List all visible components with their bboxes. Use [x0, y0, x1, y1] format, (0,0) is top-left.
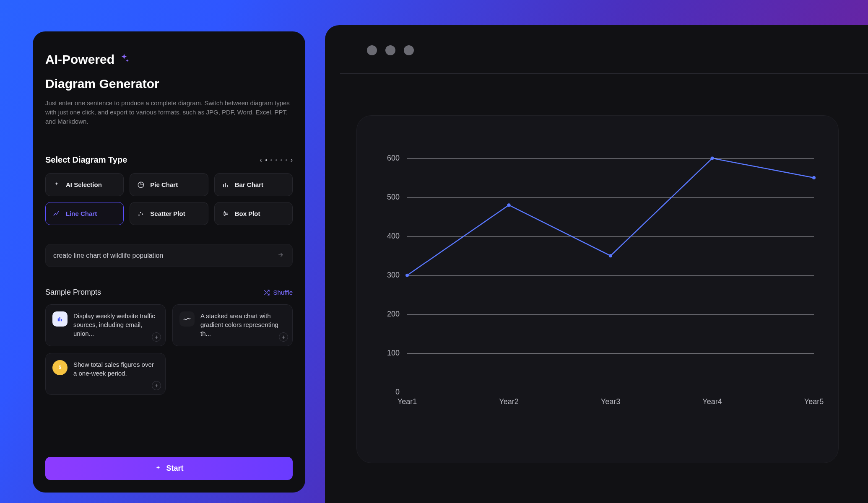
coin-gold-icon: $ [52, 360, 68, 375]
prompt-input-wrap[interactable] [45, 244, 293, 267]
generator-panel: AI-Powered Diagram Generator Just enter … [33, 31, 305, 493]
diagram-type-ai-selection[interactable]: AI Selection [45, 173, 124, 196]
chart-card: 1002003004005006000Year1Year2Year3Year4Y… [356, 115, 839, 463]
diagram-type-line-chart[interactable]: Line Chart [45, 202, 124, 225]
line-chart: 1002003004005006000Year1Year2Year3Year4Y… [357, 116, 839, 464]
window-controls [367, 45, 414, 55]
bar-blue-icon [52, 311, 68, 327]
x-tick-label: Year5 [804, 397, 824, 406]
add-sample-button[interactable]: + [152, 381, 161, 390]
page-description: Just enter one sentence to produce a com… [45, 99, 293, 126]
diagram-type-pager: ‹ › [260, 156, 293, 164]
y-tick-label: 0 [395, 388, 400, 396]
ai-powered-heading: AI-Powered [45, 52, 293, 67]
sample-text: Display weekly website traffic sources, … [73, 311, 159, 338]
page-title: Diagram Generator [45, 77, 293, 91]
diagram-type-bar-chart[interactable]: Bar Chart [214, 173, 293, 196]
x-tick-label: Year1 [398, 397, 417, 406]
y-tick-label: 300 [387, 271, 400, 279]
diagram-type-pie-chart[interactable]: Pie Chart [130, 173, 208, 196]
diagram-type-title: Select Diagram Type [45, 155, 127, 165]
svg-rect-6 [224, 213, 225, 215]
sparkle-icon [154, 465, 162, 472]
x-tick-label: Year3 [601, 397, 620, 406]
preview-window: 1002003004005006000Year1Year2Year3Year4Y… [325, 25, 868, 503]
sample-card[interactable]: A stacked area chart with gradient color… [172, 304, 293, 346]
add-sample-button[interactable]: + [152, 332, 161, 342]
diagram-type-scatter-plot[interactable]: Scatter Plot [130, 202, 208, 225]
diagram-type-label: Bar Chart [235, 181, 263, 188]
scatter-icon [137, 210, 145, 218]
sparkle-icon [52, 181, 61, 189]
window-dot[interactable] [367, 45, 377, 55]
y-tick-label: 100 [387, 349, 400, 357]
window-dot[interactable] [404, 45, 414, 55]
svg-rect-0 [223, 184, 224, 187]
chevron-left-icon[interactable]: ‹ [260, 156, 262, 164]
sample-text: Show total sales figures over a one-week… [73, 360, 159, 378]
y-tick-label: 500 [387, 193, 400, 201]
sample-prompts-title: Sample Prompts [45, 288, 101, 297]
ai-powered-label: AI-Powered [45, 52, 114, 67]
pager-dot[interactable] [281, 159, 282, 161]
svg-point-3 [138, 214, 140, 215]
chevron-right-icon[interactable]: › [291, 156, 293, 164]
header-divider [340, 73, 868, 74]
wave-dark-icon [179, 311, 195, 327]
diagram-type-label: AI Selection [66, 181, 102, 188]
diagram-type-label: Scatter Plot [150, 210, 185, 217]
svg-rect-7 [58, 319, 59, 322]
y-tick-label: 600 [387, 154, 400, 162]
svg-rect-8 [60, 317, 60, 322]
pager-dot[interactable] [275, 159, 277, 161]
svg-rect-9 [61, 319, 62, 321]
prompt-input[interactable] [53, 252, 277, 259]
svg-point-5 [142, 213, 143, 215]
pager-dot[interactable] [270, 159, 272, 161]
line-icon [52, 210, 61, 218]
sparkle-icon [119, 52, 130, 67]
x-tick-label: Year4 [702, 397, 722, 406]
diagram-type-label: Pie Chart [150, 181, 178, 188]
pager-dot[interactable] [286, 159, 287, 161]
diagram-type-label: Box Plot [235, 210, 260, 217]
pie-icon [137, 181, 145, 189]
add-sample-button[interactable]: + [279, 332, 288, 342]
y-tick-label: 400 [387, 232, 400, 240]
svg-text:$: $ [59, 365, 61, 370]
window-dot[interactable] [385, 45, 395, 55]
shuffle-label: Shuffle [273, 289, 293, 296]
shuffle-button[interactable]: Shuffle [263, 289, 293, 296]
sample-card[interactable]: $Show total sales figures over a one-wee… [45, 353, 166, 395]
svg-rect-1 [225, 183, 226, 187]
diagram-type-label: Line Chart [66, 210, 97, 217]
chart-point [711, 157, 714, 160]
sample-card[interactable]: Display weekly website traffic sources, … [45, 304, 166, 346]
start-button[interactable]: Start [45, 457, 293, 480]
pager-dot[interactable] [265, 159, 267, 161]
start-label: Start [166, 464, 183, 473]
chart-point [405, 274, 409, 277]
shuffle-icon [263, 289, 270, 296]
svg-point-4 [140, 212, 141, 213]
svg-rect-2 [227, 185, 228, 187]
y-tick-label: 200 [387, 310, 400, 318]
chart-line [407, 158, 814, 275]
diagram-type-box-plot[interactable]: Box Plot [214, 202, 293, 225]
chart-point [812, 176, 816, 179]
box-icon [221, 210, 230, 218]
bar-icon [221, 181, 230, 189]
chart-point [507, 203, 511, 207]
chart-point [609, 254, 612, 257]
arrow-right-icon[interactable] [277, 251, 285, 260]
sample-text: A stacked area chart with gradient color… [200, 311, 286, 338]
x-tick-label: Year2 [499, 397, 518, 406]
